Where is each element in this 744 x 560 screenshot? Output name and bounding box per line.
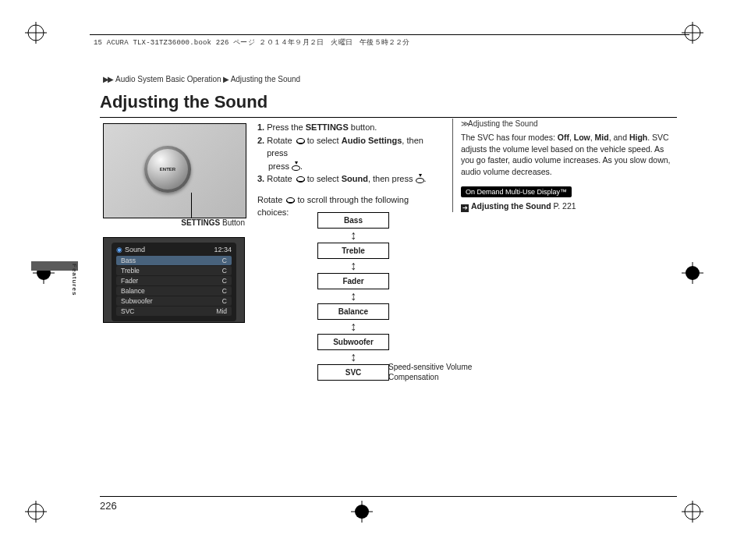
updown-arrow-icon: ↕: [271, 352, 435, 363]
link-label: Adjusting the Sound: [471, 201, 551, 211]
cross-ref: ➔Adjusting the Sound P. 221: [461, 200, 678, 212]
flow-node: SVC: [317, 364, 389, 381]
photo-caption-strong: SETTINGS: [181, 218, 220, 227]
infotainment-screenshot: ◉Sound 12:34 BassCTrebleCFaderCBalanceCS…: [103, 237, 245, 323]
screen-clock: 12:34: [214, 246, 232, 253]
flow-node: Subwoofer: [317, 334, 389, 350]
dial-icon: ENTER: [144, 146, 191, 193]
breadcrumb: ▶▶Audio System Basic Operation▶Adjusting…: [103, 75, 300, 83]
text: The SVC has four modes:: [461, 133, 558, 142]
step-text: to select: [305, 136, 342, 145]
breadcrumb-arrows-icon: ▶▶: [103, 75, 112, 83]
step-text: button.: [349, 122, 377, 132]
page: 15 ACURA TLX-31TZ36000.book 226 ページ ２０１４…: [0, 0, 744, 560]
flow-node: Balance: [317, 303, 389, 320]
step-strong: SETTINGS: [306, 122, 349, 132]
model-chip: On Demand Multi-Use Display™: [461, 186, 572, 198]
reg-mark-icon: [25, 501, 47, 523]
page-number: 226: [100, 496, 677, 512]
screen-row: SubwooferC: [116, 296, 232, 306]
rotate-knob-icon: [285, 196, 295, 204]
step-text: Rotate: [267, 174, 294, 183]
breadcrumb-part: Audio System Basic Operation: [115, 75, 221, 83]
page-title: Adjusting the Sound: [100, 92, 677, 118]
reg-mark-icon: [682, 22, 703, 44]
screen-row: BalanceC: [116, 286, 232, 296]
step-text: , then press: [368, 174, 416, 183]
callout-line: [191, 193, 192, 218]
mode: High: [629, 133, 647, 142]
breadcrumb-part: Adjusting the Sound: [231, 75, 301, 83]
link-icon: ➔: [461, 204, 469, 212]
step-text: Press the: [267, 122, 306, 132]
updown-arrow-icon: ↕: [271, 230, 435, 241]
reg-mark-icon: [682, 501, 703, 523]
screen-row: BassC: [116, 256, 232, 265]
side-notes: ≫Adjusting the Sound The SVC has four mo…: [452, 119, 678, 212]
step-text: .: [300, 161, 303, 171]
flow-node: Bass: [317, 212, 389, 229]
step-text: to select: [305, 174, 342, 183]
step-strong: Audio Settings: [342, 136, 402, 145]
reg-mark-icon: [682, 262, 703, 284]
note-text: Rotate: [257, 195, 285, 204]
screen-row: TrebleC: [116, 266, 232, 275]
screen-row: SVCMid: [116, 307, 232, 316]
svc-note: Speed-sensitive Volume Compensation: [388, 363, 474, 382]
step-strong: Sound: [342, 174, 368, 183]
step-text: .: [424, 174, 427, 183]
rotate-knob-icon: [295, 175, 305, 183]
rotate-knob-icon: [295, 136, 305, 145]
side-label: Features: [71, 264, 78, 296]
header-rule: [90, 34, 689, 35]
screen-title: Sound: [125, 246, 145, 253]
breadcrumb-sep-icon: ▶: [223, 75, 229, 83]
step-text: press: [268, 161, 292, 171]
reg-mark-icon: [25, 22, 47, 44]
chevron-icon: ≫: [461, 119, 466, 128]
press-knob-icon: [416, 175, 424, 183]
instructions: 1.Press the SETTINGS button. 2.Rotate to…: [257, 122, 437, 219]
mode: Low: [574, 133, 590, 142]
mode: Mid: [595, 133, 609, 142]
photo-caption: SETTINGS Button: [103, 218, 245, 227]
flow-node: Treble: [317, 243, 389, 259]
flow-node: Fader: [317, 273, 389, 289]
print-header: 15 ACURA TLX-31TZ36000.book 226 ページ ２０１４…: [94, 37, 410, 48]
photo-caption-rest: Button: [220, 218, 245, 227]
photo-settings-dial: ENTER: [103, 123, 246, 218]
screen-row: FaderC: [116, 276, 232, 285]
mode: Off: [558, 133, 569, 142]
press-knob-icon: [292, 162, 300, 171]
svc-description: The SVC has four modes: Off, Low, Mid, a…: [461, 132, 678, 178]
updown-arrow-icon: ↕: [271, 321, 435, 332]
back-dot-icon: ◉: [116, 246, 122, 253]
link-page: P. 221: [554, 201, 576, 211]
updown-arrow-icon: ↕: [271, 291, 435, 302]
updown-arrow-icon: ↕: [271, 261, 435, 271]
flow-diagram: Bass↕Treble↕Fader↕Balance↕Subwoofer↕SVC …: [271, 212, 435, 381]
side-notes-title: Adjusting the Sound: [468, 119, 538, 128]
step-text: Rotate: [267, 136, 294, 145]
